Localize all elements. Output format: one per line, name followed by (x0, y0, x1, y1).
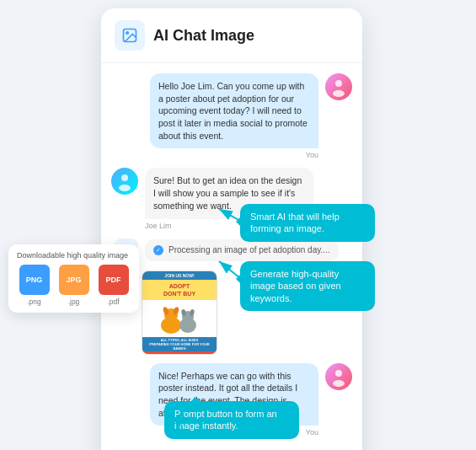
svg-point-5 (119, 185, 131, 191)
file-ext-pdf: PDF (106, 276, 121, 284)
file-ext-png: PNG (26, 276, 43, 284)
message-user-1: Hello Joe Lim. Can you come up with a po… (111, 73, 352, 159)
file-label-png: .png (27, 297, 41, 306)
user-message-content-1: Hello Joe Lim. Can you come up with a po… (150, 73, 318, 159)
chat-title: AI Chat Image (153, 27, 254, 45)
poster-cta: REGISTER NOW (142, 351, 217, 354)
tooltip-generate-text: Generate high-quality image based on giv… (250, 269, 341, 303)
download-panel: Downloadable high quality image PNG .png… (8, 244, 139, 313)
poster-top: JOIN US NOW! (142, 271, 217, 280)
avatar-user-1 (325, 73, 352, 100)
poster-animals (142, 300, 217, 337)
avatar-joe (111, 168, 138, 195)
download-files: PNG .png JPG .jpg PDF .pdf (17, 265, 131, 306)
file-ext-jpg: JPG (66, 276, 81, 284)
svg-point-1 (126, 32, 129, 35)
file-label-jpg: .jpg (68, 297, 80, 306)
tooltip-generate: Generate high-quality image based on giv… (240, 261, 375, 311)
file-item-png[interactable]: PNG .png (19, 265, 50, 306)
svg-point-2 (335, 80, 342, 87)
tooltip-smart-ai: Smart AI that will help forming an image… (240, 204, 375, 242)
chat-header: AI Chat Image (101, 8, 362, 63)
tooltip-smart-ai-text: Smart AI that will help forming an image… (250, 212, 340, 233)
svg-point-4 (121, 174, 128, 181)
svg-point-17 (333, 380, 345, 387)
avatar-user-2 (325, 363, 352, 390)
app-icon (115, 20, 145, 51)
processing-dot: ✓ (153, 245, 163, 255)
message-processing: ✓ Processing an image of pet adoption da… (111, 238, 352, 262)
scene: AI Chat Image Hello Joe Lim. Can you com… (0, 0, 476, 450)
user-label-1: You (306, 151, 318, 159)
poster-title: ADOPTDON'T BUY (142, 280, 217, 300)
download-title: Downloadable high quality image (17, 251, 131, 260)
processing-text: Processing an image of pet adoption day.… (168, 245, 330, 254)
file-item-pdf[interactable]: PDF .pdf (99, 265, 129, 306)
user-label-2: You (306, 428, 318, 437)
bubble-user-1: Hello Joe Lim. Can you come up with a po… (150, 73, 318, 148)
file-icon-jpg: JPG (59, 265, 89, 295)
file-label-pdf: .pdf (107, 297, 119, 306)
svg-point-3 (333, 90, 345, 97)
bubble-processing: ✓ Processing an image of pet adoption da… (145, 239, 339, 261)
tooltip-prompt-text: Prompt button to form an image instantly… (174, 409, 277, 431)
tooltip-prompt: Prompt button to form an image instantly… (164, 401, 299, 439)
file-icon-pdf: PDF (99, 265, 129, 295)
poster-image: JOIN US NOW! ADOPTDON'T BUY (142, 271, 217, 355)
poster-subtitle: ALL TYPES, ALL SIZESPREPARING YOUR HOME … (142, 337, 217, 352)
svg-point-16 (335, 370, 342, 377)
file-icon-png: PNG (19, 265, 50, 295)
file-item-jpg[interactable]: JPG .jpg (59, 265, 89, 306)
messages-list: Hello Joe Lim. Can you come up with a po… (101, 63, 362, 443)
